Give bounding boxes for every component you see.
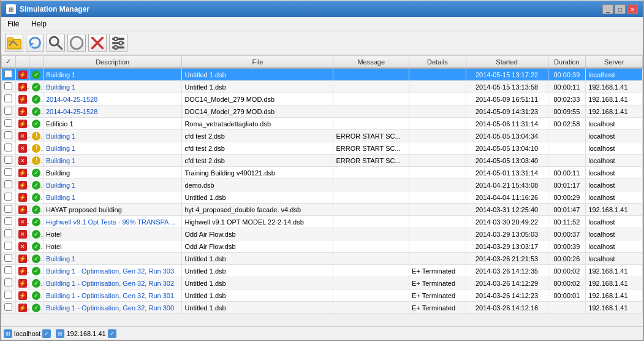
- table-container[interactable]: ✓ Description File Message Details Start…: [1, 55, 643, 326]
- row-checkbox[interactable]: [2, 167, 16, 179]
- table-row[interactable]: ⚡ ✓ Building 1 - Optimisation, Gen 32, R…: [2, 289, 643, 302]
- table-row[interactable]: ⚡ ✓ Building 1 - Optimisation, Gen 32, R…: [2, 302, 643, 314]
- col-header-message[interactable]: Message: [333, 56, 409, 69]
- row-file: Training Building v400121.dsb: [182, 167, 333, 179]
- row-checkbox[interactable]: [2, 118, 16, 130]
- row-checkbox[interactable]: [2, 130, 16, 142]
- row-description[interactable]: Building 1: [43, 68, 181, 81]
- table-row[interactable]: ⚡ ✓ Building 1 Untitled 1.dsb 2014-03-26…: [2, 253, 643, 265]
- row-description[interactable]: Hotel: [43, 228, 181, 240]
- row-icon1: ✕: [15, 228, 29, 240]
- delete-button[interactable]: [88, 34, 107, 52]
- maximize-button[interactable]: □: [615, 4, 626, 14]
- row-checkbox[interactable]: [2, 81, 16, 93]
- row-description[interactable]: Hotel: [43, 240, 181, 253]
- row-details: [409, 216, 466, 228]
- table-body: ⚡ ✓ Building 1 Untitled 1.dsb 2014-05-15…: [2, 68, 643, 314]
- row-description[interactable]: Building 1 - Optimisation, Gen 32, Run 3…: [43, 265, 181, 277]
- row-server: 192.168.1.41: [586, 289, 643, 302]
- row-checkbox[interactable]: [2, 105, 16, 118]
- status-icon-red: ⚡: [18, 120, 27, 128]
- table-row[interactable]: ✕ ! Building 1 cfd test 2.dsb ERROR STAR…: [2, 155, 643, 167]
- row-checkbox[interactable]: [2, 179, 16, 191]
- row-description[interactable]: 2014-04-25-1528: [43, 105, 181, 118]
- row-checkbox[interactable]: [2, 240, 16, 253]
- row-checkbox[interactable]: [2, 68, 16, 81]
- settings-button[interactable]: [109, 34, 127, 52]
- row-description[interactable]: Building 1: [43, 130, 181, 142]
- menu-file[interactable]: File: [4, 18, 23, 29]
- col-header-started[interactable]: Started: [466, 56, 548, 69]
- col-header-server[interactable]: Server: [586, 56, 643, 69]
- table-row[interactable]: ✕ ✓ Highwell v9.1 Opt Tests - 99% TRANSP…: [2, 216, 643, 228]
- row-checkbox[interactable]: [2, 216, 16, 228]
- row-checkbox[interactable]: [2, 93, 16, 105]
- row-description[interactable]: Building 1 - Optimisation, Gen 32, Run 3…: [43, 289, 181, 302]
- open-folder-button[interactable]: [5, 34, 23, 52]
- row-checkbox[interactable]: [2, 228, 16, 240]
- menu-help[interactable]: Help: [28, 18, 50, 29]
- row-description[interactable]: Building 1 - Optimisation, Gen 32, Run 3…: [43, 277, 181, 289]
- table-row[interactable]: ⚡ ✓ Building 1 Untitled 1.dsb 2014-05-15…: [2, 68, 643, 81]
- table-row[interactable]: ⚡ ✓ HAYAT proposed building hyt 4_propos…: [2, 204, 643, 216]
- row-file: Untitled 1.dsb: [182, 81, 333, 93]
- row-icon2: ✓: [29, 228, 44, 240]
- row-description[interactable]: Building: [43, 167, 181, 179]
- row-description[interactable]: Building 1 - Optimisation, Gen 32, Run 3…: [43, 302, 181, 314]
- row-description[interactable]: Building 1: [43, 253, 181, 265]
- row-description[interactable]: Building 1: [43, 155, 181, 167]
- table-row[interactable]: ⚡ ✓ 2014-04-25-1528 DOC14_Model_279 MOD.…: [2, 93, 643, 105]
- row-started: 2014-04-04 11:16:26: [466, 191, 548, 204]
- row-description[interactable]: Building 1: [43, 191, 181, 204]
- status-icon-red: ⚡: [18, 279, 27, 288]
- table-row[interactable]: ⚡ ✓ Building Training Building v400121.d…: [2, 167, 643, 179]
- table-row[interactable]: ⚡ ✓ Building 1 Untitled 1.dsb 2014-04-04…: [2, 191, 643, 204]
- row-checkbox[interactable]: [2, 265, 16, 277]
- row-checkbox[interactable]: [2, 277, 16, 289]
- stop-button[interactable]: [67, 34, 86, 52]
- col-header-check: ✓: [2, 56, 16, 69]
- table-row[interactable]: ✕ ! Building 1 cfd test 2.dsb ERROR STAR…: [2, 130, 643, 142]
- table-row[interactable]: ✕ ✓ Hotel Odd Air Flow.dsb 2014-03-29 13…: [2, 240, 643, 253]
- row-icon1: ✕: [15, 155, 29, 167]
- table-row[interactable]: ⚡ ✓ Building 1 - Optimisation, Gen 32, R…: [2, 265, 643, 277]
- row-checkbox[interactable]: [2, 204, 16, 216]
- table-row[interactable]: ✕ ! Building 1 cfd test 2.dsb ERROR STAR…: [2, 142, 643, 155]
- table-row[interactable]: ✕ ✓ Hotel Odd Air Flow.dsb 2014-03-29 13…: [2, 228, 643, 240]
- row-description[interactable]: Edificio 1: [43, 118, 181, 130]
- row-description[interactable]: Building 1: [43, 142, 181, 155]
- row-icon2: ✓: [29, 118, 44, 130]
- minimize-button[interactable]: _: [602, 4, 613, 14]
- status-icon-green: ✓: [32, 267, 40, 275]
- status-icon-green: ✓: [32, 304, 40, 312]
- row-description[interactable]: 2014-04-25-1528: [43, 93, 181, 105]
- table-row[interactable]: ⚡ ✓ Building 1 demo.dsb 2014-04-21 15:43…: [2, 179, 643, 191]
- col-header-file[interactable]: File: [182, 56, 333, 69]
- stop-icon: [68, 34, 85, 52]
- table-row[interactable]: ⚡ ✓ Building 1 Untitled 1.dsb 2014-05-15…: [2, 81, 643, 93]
- table-row[interactable]: ⚡ ✓ Building 1 - Optimisation, Gen 32, R…: [2, 277, 643, 289]
- table-row[interactable]: ⚡ ✓ Edificio 1 Roma_vetratadettagliato.d…: [2, 118, 643, 130]
- row-duration: 00:00:02: [548, 265, 586, 277]
- col-header-details[interactable]: Details: [409, 56, 466, 69]
- table-row[interactable]: ⚡ ✓ 2014-04-25-1528 DOC14_Model_279 MOD.…: [2, 105, 643, 118]
- row-checkbox[interactable]: [2, 289, 16, 302]
- row-description[interactable]: Building 1: [43, 179, 181, 191]
- col-header-duration[interactable]: Duration: [548, 56, 586, 69]
- row-checkbox[interactable]: [2, 142, 16, 155]
- row-checkbox[interactable]: [2, 302, 16, 314]
- row-server: localhost: [586, 142, 643, 155]
- row-file: hyt 4_proposed_double facade. v4.dsb: [182, 204, 333, 216]
- row-description[interactable]: Highwell v9.1 Opt Tests - 99% TRANSPARE.…: [43, 216, 181, 228]
- row-checkbox[interactable]: [2, 155, 16, 167]
- close-button[interactable]: ✕: [627, 4, 638, 14]
- row-description[interactable]: HAYAT proposed building: [43, 204, 181, 216]
- row-checkbox[interactable]: [2, 253, 16, 265]
- row-description[interactable]: Building 1: [43, 81, 181, 93]
- row-details: [409, 167, 466, 179]
- search-button[interactable]: [47, 34, 65, 52]
- refresh-button[interactable]: [26, 34, 44, 52]
- row-checkbox[interactable]: [2, 191, 16, 204]
- row-started: 2014-03-26 14:12:29: [466, 277, 548, 289]
- col-header-description[interactable]: Description: [43, 56, 181, 69]
